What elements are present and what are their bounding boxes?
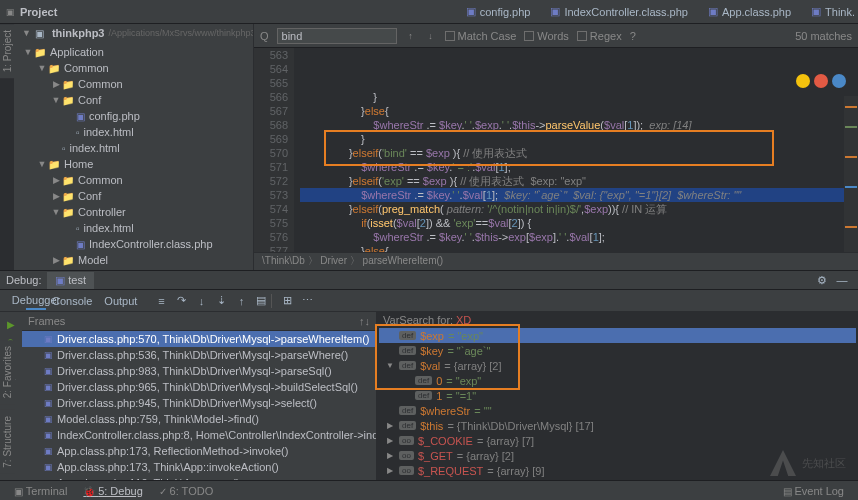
frames-panel: Frames ↑ ↓ ▣Driver.class.php:570, Think\… — [22, 312, 377, 484]
force-step-icon[interactable]: ⇣ — [211, 292, 231, 310]
next-match-icon[interactable]: ↓ — [425, 31, 437, 41]
footer-terminal[interactable]: ▣ Terminal — [6, 485, 75, 497]
run-cursor-icon[interactable]: ↑ — [231, 292, 251, 310]
project-tree: ▼📁Application▼📁Common▶📁Common▼📁Conf▣conf… — [14, 42, 253, 270]
debug-title: Debug: — [6, 274, 41, 286]
frame-row[interactable]: ▣IndexController.class.php:8, Home\Contr… — [22, 427, 376, 443]
safari-icon[interactable] — [832, 74, 846, 88]
debug-run-config[interactable]: ▣ test — [47, 272, 94, 289]
tree-item-view[interactable]: ▼📁View — [14, 268, 253, 270]
sidetab-1-project[interactable]: 1: Project — [0, 24, 15, 78]
sidetab-7-structure[interactable]: 7: Structure — [0, 410, 15, 474]
tab-think-class-php[interactable]: ▣Think.class.php — [801, 2, 854, 21]
frames-down-icon[interactable]: ↓ — [365, 315, 371, 327]
match-case-option[interactable]: Match Case — [445, 30, 517, 42]
step-into-icon[interactable]: ↷ — [171, 292, 191, 310]
frame-row[interactable]: ▣Driver.class.php:983, Think\Db\Driver\M… — [22, 363, 376, 379]
frame-row[interactable]: ▣Model.class.php:759, Think\Model->find(… — [22, 411, 376, 427]
tree-item-controller[interactable]: ▼📁Controller — [14, 204, 253, 220]
minimap[interactable] — [844, 96, 858, 252]
var-row[interactable]: def$exp = "exp" — [379, 328, 856, 343]
regex-option[interactable]: Regex — [577, 30, 622, 42]
tree-item-config-php[interactable]: ▣config.php — [14, 108, 253, 124]
var-row[interactable]: def$whereStr = "" — [379, 403, 856, 418]
tree-item-indexcontroller-class-php[interactable]: ▣IndexController.class.php — [14, 236, 253, 252]
frames-icon[interactable]: ⊞ — [277, 292, 297, 310]
footer-debug[interactable]: 🐞 5: Debug — [75, 485, 150, 497]
code-area[interactable]: } }else{ $whereStr .= $key.' '.$exp.' '.… — [294, 48, 858, 252]
tree-item-common[interactable]: ▼📁Common — [14, 60, 253, 76]
tree-item-index-html[interactable]: ▫index.html — [14, 220, 253, 236]
minimize-icon[interactable]: — — [832, 271, 852, 289]
footer-todo[interactable]: ✓ 6: TODO — [151, 485, 221, 497]
breadcrumb[interactable]: \Think\Db 〉 Driver 〉 parseWhereItem() — [254, 252, 858, 270]
project-root[interactable]: ▼ ▣ thinkphp3 /Applications/MxSrvs/www/t… — [14, 24, 253, 42]
tab-config-php[interactable]: ▣config.php — [456, 2, 541, 21]
project-name: thinkphp3 — [52, 27, 105, 39]
watermark-icon — [770, 450, 796, 476]
frame-row[interactable]: ▣Driver.class.php:536, Think\Db\Driver\M… — [22, 347, 376, 363]
var-row[interactable]: def1 = "=1" — [379, 388, 856, 403]
debug-toolbar: Debugger Console Output ≡ ↷ ↓ ⇣ ↑ ▤ ⊞ ⋯ — [0, 290, 858, 312]
frame-row[interactable]: ▣App.class.php:173, ReflectionMethod->in… — [22, 443, 376, 459]
step-over-icon[interactable]: ≡ — [151, 292, 171, 310]
var-row[interactable]: ▼def$val = {array} [2] — [379, 358, 856, 373]
browser-icons — [796, 74, 846, 88]
line-gutter[interactable]: 5635645655665675685695705715725735745755… — [254, 48, 294, 252]
var-row[interactable]: def0 = "exp" — [379, 373, 856, 388]
tree-item-home[interactable]: ▼📁Home — [14, 156, 253, 172]
tab-indexcontroller-class-php[interactable]: ▣IndexController.class.php — [540, 2, 698, 21]
tab-app-class-php[interactable]: ▣App.class.php — [698, 2, 801, 21]
chrome-icon[interactable] — [796, 74, 810, 88]
tree-item-common[interactable]: ▶📁Common — [14, 76, 253, 92]
tab-output[interactable]: Output — [98, 292, 143, 310]
more-icon[interactable]: ⋯ — [297, 292, 317, 310]
firefox-icon[interactable] — [814, 74, 828, 88]
editor: Q ↑ ↓ Match Case Words Regex ? 50 matche… — [254, 24, 858, 270]
tab-console[interactable]: Console — [46, 292, 98, 310]
tree-item-index-html[interactable]: ▫index.html — [14, 124, 253, 140]
watermark: 先知社区 — [770, 450, 846, 476]
frame-row[interactable]: ▣Driver.class.php:570, Think\Db\Driver\M… — [22, 331, 376, 347]
project-path: /Applications/MxSrvs/www/thinkphp3 — [108, 28, 254, 38]
tree-item-conf[interactable]: ▼📁Conf — [14, 92, 253, 108]
tree-item-index-html[interactable]: ▫index.html — [14, 140, 253, 156]
status-bar: ▣ Terminal 🐞 5: Debug ✓ 6: TODO ▤ Event … — [0, 480, 858, 500]
project-title: Project — [20, 6, 57, 18]
sidetab-2-favorites[interactable]: 2: Favorites — [0, 340, 15, 404]
search-icon[interactable]: Q — [260, 30, 269, 42]
var-row[interactable]: ▶def$this = {Think\Db\Driver\Mysql} [17] — [379, 418, 856, 433]
frame-row[interactable]: ▣App.class.php:173, Think\App::invokeAct… — [22, 459, 376, 475]
match-count: 50 matches — [795, 30, 852, 42]
tree-item-conf[interactable]: ▶📁Conf — [14, 188, 253, 204]
tree-item-common[interactable]: ▶📁Common — [14, 172, 253, 188]
collapse-icon[interactable]: ▣ — [4, 7, 16, 17]
frame-row[interactable]: ▣Driver.class.php:945, Think\Db\Driver\M… — [22, 395, 376, 411]
var-row[interactable]: ▶oo$_COOKIE = {array} [7] — [379, 433, 856, 448]
step-out-icon[interactable]: ↓ — [191, 292, 211, 310]
editor-tabs: ▣config.php▣IndexController.class.php▣Ap… — [456, 1, 854, 23]
vars-search: VarSearch for: XD — [377, 312, 858, 328]
debug-body: ▶ ⟳ ■ ◉ ⊘ ⊞ Frames ↑ ↓ ▣Driver.class.php… — [0, 312, 858, 484]
rerun-icon[interactable]: ▶ — [3, 316, 19, 332]
footer-event-log[interactable]: ▤ Event Log — [775, 485, 852, 497]
frames-label: Frames — [28, 315, 65, 327]
var-row[interactable]: def$key = "`age`" — [379, 343, 856, 358]
tab-debugger[interactable]: Debugger — [26, 292, 46, 310]
evaluate-icon[interactable]: ▤ — [251, 292, 271, 310]
top-toolbar: ▣ Project ▣config.php▣IndexController.cl… — [0, 0, 858, 24]
tree-item-model[interactable]: ▶📁Model — [14, 252, 253, 268]
find-bar: Q ↑ ↓ Match Case Words Regex ? 50 matche… — [254, 24, 858, 48]
frame-row[interactable]: ▣Driver.class.php:965, Think\Db\Driver\M… — [22, 379, 376, 395]
debug-header: Debug: ▣ test ⚙ — — [0, 270, 858, 290]
tree-item-application[interactable]: ▼📁Application — [14, 44, 253, 60]
search-input[interactable] — [277, 28, 397, 44]
words-option[interactable]: Words — [524, 30, 569, 42]
settings-icon[interactable]: ⚙ — [812, 271, 832, 289]
project-sidebar: ▼ ▣ thinkphp3 /Applications/MxSrvs/www/t… — [14, 24, 254, 270]
prev-match-icon[interactable]: ↑ — [405, 31, 417, 41]
